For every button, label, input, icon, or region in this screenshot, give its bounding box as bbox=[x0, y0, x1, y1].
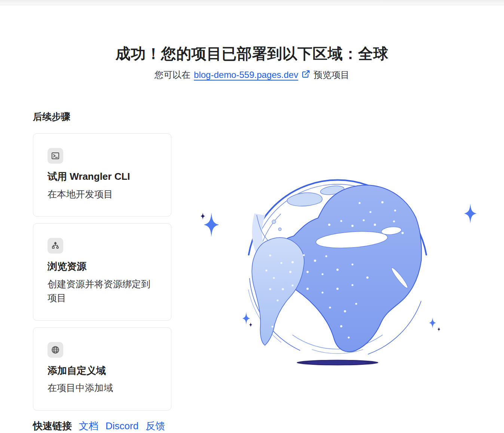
card-wrangler-cli[interactable]: 试用 Wrangler CLI 在本地开发项目 bbox=[33, 133, 171, 216]
sparkle-bottom-right-small bbox=[437, 327, 440, 332]
page-title: 成功！您的项目已部署到以下区域：全球 bbox=[0, 45, 504, 62]
sparkle-left-large bbox=[204, 212, 219, 237]
subtitle-prefix: 您可以在 bbox=[155, 69, 190, 81]
sparkle-left-small bbox=[201, 212, 205, 220]
quick-link-docs[interactable]: 文档 bbox=[79, 420, 98, 433]
globe-icon bbox=[48, 342, 63, 358]
external-link-icon[interactable] bbox=[302, 70, 310, 81]
top-header-edge bbox=[0, 0, 504, 5]
resources-tree-icon bbox=[48, 238, 63, 254]
card-title: 试用 Wrangler CLI bbox=[48, 170, 157, 183]
preview-project-link[interactable]: blog-demo-559.pages.dev bbox=[194, 70, 298, 80]
globe-deployed-illustration bbox=[195, 176, 486, 375]
subtitle-suffix: 预览项目 bbox=[314, 69, 349, 81]
card-description: 在本地开发项目 bbox=[48, 187, 157, 202]
subtitle: 您可以在 blog-demo-559.pages.dev 预览项目 bbox=[0, 69, 504, 81]
terminal-icon bbox=[48, 148, 63, 164]
deploy-success-page: 成功！您的项目已部署到以下区域：全球 您可以在 blog-demo-559.pa… bbox=[0, 0, 504, 433]
next-steps-section: 后续步骤 试用 Wrangler CLI 在本地开发项目 bbox=[33, 111, 171, 417]
card-browse-resources[interactable]: 浏览资源 创建资源并将资源绑定到项目 bbox=[33, 223, 171, 321]
hero-section: 成功！您的项目已部署到以下区域：全球 您可以在 blog-demo-559.pa… bbox=[0, 45, 504, 81]
card-title: 浏览资源 bbox=[48, 260, 157, 273]
card-title: 添加自定义域 bbox=[48, 364, 157, 377]
sparkle-bottom-left-small bbox=[249, 322, 253, 327]
card-description: 创建资源并将资源绑定到项目 bbox=[48, 277, 157, 305]
sparkle-bottom-right bbox=[429, 317, 436, 328]
quick-links-heading: 快速链接 bbox=[33, 420, 72, 433]
sparkle-bottom-left bbox=[242, 312, 250, 325]
card-custom-domain[interactable]: 添加自定义域 在项目中添加域 bbox=[33, 327, 171, 411]
next-steps-heading: 后续步骤 bbox=[33, 111, 171, 122]
sparkle-right-large bbox=[464, 203, 476, 224]
quick-link-feedback[interactable]: 反馈 bbox=[146, 420, 165, 433]
quick-link-discord[interactable]: Discord bbox=[106, 420, 138, 432]
card-description: 在项目中添加域 bbox=[48, 381, 157, 395]
quick-links-bar: 快速链接 文档 Discord 反馈 bbox=[33, 420, 165, 433]
